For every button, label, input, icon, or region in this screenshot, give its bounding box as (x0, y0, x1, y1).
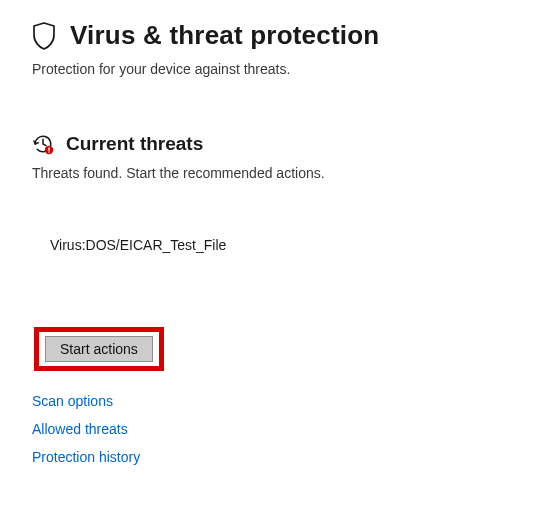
page-header: Virus & threat protection (32, 20, 528, 51)
current-threats-subtitle: Threats found. Start the recommended act… (32, 165, 528, 181)
shield-icon (32, 22, 56, 50)
threat-item: Virus:DOS/EICAR_Test_File (50, 237, 528, 253)
history-alert-icon (32, 133, 54, 155)
current-threats-header: Current threats (32, 133, 528, 155)
page-subtitle: Protection for your device against threa… (32, 61, 528, 77)
protection-history-link[interactable]: Protection history (32, 449, 140, 465)
highlight-annotation: Start actions (34, 327, 164, 371)
current-threats-title: Current threats (66, 133, 203, 155)
links-group: Scan options Allowed threats Protection … (32, 393, 528, 465)
scan-options-link[interactable]: Scan options (32, 393, 113, 409)
svg-rect-2 (48, 151, 49, 152)
page-title: Virus & threat protection (70, 20, 379, 51)
svg-rect-1 (48, 147, 49, 150)
start-actions-button[interactable]: Start actions (45, 336, 153, 362)
allowed-threats-link[interactable]: Allowed threats (32, 421, 128, 437)
